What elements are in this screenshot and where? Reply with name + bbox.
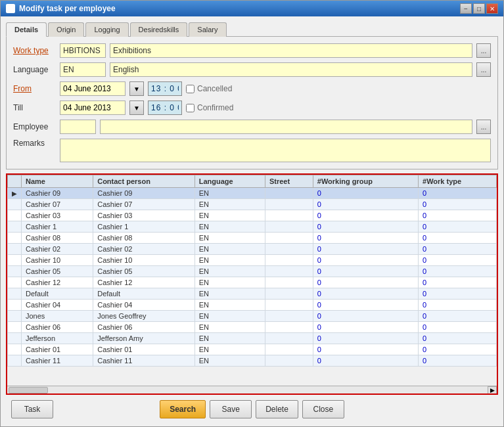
table-row[interactable]: Cashier 1Cashier 1EN00: [8, 221, 497, 233]
language-label: Language: [13, 65, 56, 74]
table-body: ▶Cashier 09Cashier 09EN00Cashier 07Cashi…: [8, 188, 497, 367]
table-row[interactable]: Cashier 12Cashier 12EN00: [8, 277, 497, 288]
language-row: Language ...: [13, 62, 491, 77]
cell-language: EN: [195, 266, 265, 277]
cell-language: EN: [195, 188, 265, 199]
from-calendar-button[interactable]: ▼: [129, 81, 144, 96]
table-row[interactable]: Cashier 03Cashier 03EN00: [8, 210, 497, 221]
from-cancelled-checkbox[interactable]: [186, 85, 195, 93]
cell-work_type: 0: [419, 311, 497, 322]
row-indicator: [8, 288, 22, 300]
remarks-input[interactable]: [60, 139, 491, 162]
table-row[interactable]: JonesJones GeoffreyEN00: [8, 311, 497, 322]
cell-contact: Cashier 10: [93, 255, 195, 266]
cell-name: Cashier 11: [22, 355, 93, 367]
table-row[interactable]: Cashier 06Cashier 06EN00: [8, 322, 497, 333]
table-row[interactable]: Cashier 07Cashier 07EN00: [8, 199, 497, 210]
table-row[interactable]: Cashier 02Cashier 02EN00: [8, 244, 497, 255]
cell-working_group: 0: [313, 244, 418, 255]
task-button[interactable]: Task: [11, 400, 53, 418]
cell-contact: Default: [93, 288, 195, 300]
col-name: Name: [22, 175, 93, 188]
employee-row: Employee ...: [13, 120, 491, 134]
cell-street: [265, 333, 313, 344]
cell-contact: Cashier 01: [93, 344, 195, 355]
cell-work_type: 0: [419, 355, 497, 367]
cell-name: Cashier 05: [22, 266, 93, 277]
till-label: Till: [13, 103, 56, 112]
table-row[interactable]: Cashier 11Cashier 11EN00: [8, 355, 497, 367]
from-cancelled-label: Cancelled: [197, 84, 232, 93]
cell-contact: Jefferson Amy: [93, 333, 195, 344]
language-code-input[interactable]: [60, 62, 106, 77]
employee-browse-button[interactable]: ...: [476, 120, 491, 134]
cell-contact: Cashier 06: [93, 322, 195, 333]
cell-contact: Cashier 05: [93, 266, 195, 277]
from-time-input[interactable]: [148, 81, 182, 96]
tab-details[interactable]: Details: [6, 22, 47, 37]
col-street: Street: [265, 175, 313, 188]
till-date-input[interactable]: [60, 101, 126, 115]
till-time-input[interactable]: [148, 101, 182, 115]
cell-contact: Cashier 07: [93, 199, 195, 210]
cell-contact: Cashier 09: [93, 188, 195, 199]
cell-street: [265, 188, 313, 199]
table-scroll-area[interactable]: Name Contact person Language Street #Wor…: [7, 175, 497, 386]
minimize-button[interactable]: −: [460, 3, 472, 14]
work-type-desc-input[interactable]: [110, 43, 472, 58]
col-work-type: #Work type: [419, 175, 497, 188]
cell-work_type: 0: [419, 233, 497, 244]
table-row[interactable]: JeffersonJefferson AmyEN00: [8, 333, 497, 344]
maximize-button[interactable]: □: [473, 3, 485, 14]
tab-origin[interactable]: Origin: [48, 22, 84, 37]
tab-logging[interactable]: Logging: [85, 22, 128, 37]
horizontal-scrollbar[interactable]: ▶: [7, 386, 497, 393]
cell-name: Jefferson: [22, 333, 93, 344]
table-row[interactable]: Cashier 01Cashier 01EN00: [8, 344, 497, 355]
till-confirmed-checkbox[interactable]: [186, 104, 195, 112]
cell-name: Cashier 06: [22, 322, 93, 333]
work-type-label[interactable]: Work type: [13, 46, 56, 55]
table-row[interactable]: Cashier 05Cashier 05EN00: [8, 266, 497, 277]
table-row[interactable]: Cashier 08Cashier 08EN00: [8, 233, 497, 244]
cell-working_group: 0: [313, 266, 418, 277]
cell-work_type: 0: [419, 188, 497, 199]
language-desc-input[interactable]: [110, 62, 472, 77]
cell-contact: Cashier 11: [93, 355, 195, 367]
close-button[interactable]: Close: [302, 400, 344, 418]
from-label[interactable]: From: [13, 84, 56, 93]
employee-code-input[interactable]: [60, 120, 96, 134]
cell-street: [265, 277, 313, 288]
cell-working_group: 0: [313, 188, 418, 199]
language-browse-button[interactable]: ...: [476, 62, 491, 77]
work-type-code-input[interactable]: [60, 43, 106, 58]
employee-desc-input[interactable]: [100, 120, 472, 134]
delete-button[interactable]: Delete: [256, 400, 298, 418]
scroll-right-arrow[interactable]: ▶: [488, 386, 497, 394]
save-button[interactable]: Save: [210, 400, 252, 418]
close-window-button[interactable]: ✕: [486, 3, 498, 14]
from-date-input[interactable]: [60, 81, 126, 96]
cell-language: EN: [195, 221, 265, 233]
table-row[interactable]: Cashier 04Cashier 04EN00: [8, 300, 497, 311]
cell-language: EN: [195, 355, 265, 367]
cell-street: [265, 300, 313, 311]
scroll-thumb[interactable]: [9, 387, 48, 393]
cell-working_group: 0: [313, 233, 418, 244]
table-row[interactable]: Cashier 10Cashier 10EN00: [8, 255, 497, 266]
till-calendar-button[interactable]: ▼: [129, 101, 144, 115]
cell-language: EN: [195, 322, 265, 333]
row-indicator: [8, 266, 22, 277]
table-row[interactable]: DefaultDefaultEN00: [8, 288, 497, 300]
work-type-browse-button[interactable]: ...: [476, 43, 491, 58]
cell-work_type: 0: [419, 199, 497, 210]
cell-work_type: 0: [419, 300, 497, 311]
cell-language: EN: [195, 288, 265, 300]
tab-salary[interactable]: Salary: [189, 22, 226, 37]
search-button[interactable]: Search: [160, 400, 206, 418]
cell-street: [265, 266, 313, 277]
table-row[interactable]: ▶Cashier 09Cashier 09EN00: [8, 188, 497, 199]
col-language: Language: [195, 175, 265, 188]
tab-desiredskills[interactable]: Desiredskills: [130, 22, 188, 37]
row-indicator: [8, 311, 22, 322]
